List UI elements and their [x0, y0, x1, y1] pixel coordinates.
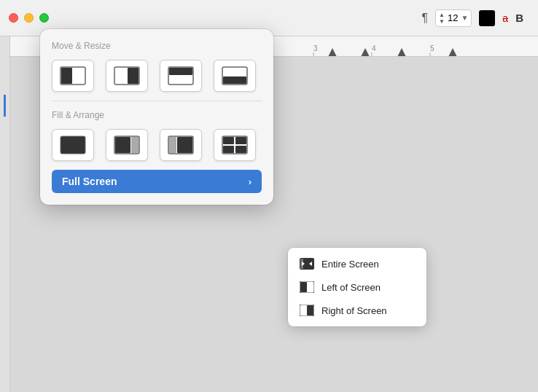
svg-rect-21 — [115, 137, 130, 153]
maximize-button[interactable] — [39, 13, 49, 23]
close-button[interactable] — [9, 13, 18, 23]
strikethrough-button[interactable]: a — [502, 12, 508, 24]
svg-text:5: 5 — [430, 44, 434, 52]
svg-rect-28 — [235, 137, 246, 144]
right-half-button[interactable] — [106, 60, 148, 92]
full-fill-button[interactable] — [52, 129, 94, 161]
svg-rect-24 — [169, 137, 176, 153]
top-half-button[interactable] — [160, 60, 202, 92]
svg-rect-14 — [128, 68, 139, 84]
svg-rect-30 — [235, 146, 246, 153]
svg-text:3: 3 — [313, 44, 318, 52]
svg-rect-16 — [169, 68, 192, 75]
svg-rect-12 — [61, 68, 72, 84]
right-two-thirds-button[interactable] — [160, 129, 202, 161]
svg-rect-38 — [307, 305, 313, 315]
svg-rect-29 — [223, 146, 234, 153]
font-size-dropdown-icon[interactable]: ▼ — [461, 14, 468, 22]
minimize-button[interactable] — [24, 13, 34, 23]
fullscreen-submenu: Entire Screen Left of Screen Right of Sc… — [288, 248, 426, 326]
section2-label: Fill & Arrange — [52, 110, 262, 120]
font-size-arrows[interactable]: ▲▼ — [439, 12, 445, 25]
right-screen-label: Right of Screen — [321, 305, 387, 316]
quad-split-button[interactable] — [214, 129, 256, 161]
bold-button[interactable]: B — [515, 12, 523, 24]
svg-marker-9 — [397, 48, 406, 57]
svg-rect-36 — [300, 282, 307, 292]
font-size-value: 12 — [445, 12, 461, 23]
left-screen-item[interactable]: Left of Screen — [288, 275, 426, 299]
section-divider — [52, 101, 262, 101]
right-screen-icon — [300, 305, 314, 316]
chevron-right-icon: › — [249, 176, 252, 187]
entire-screen-icon — [300, 258, 314, 270]
left-screen-label: Left of Screen — [321, 282, 381, 293]
svg-marker-10 — [448, 48, 457, 57]
toolbar-controls: ¶ ▲▼ 12 ▼ a B — [421, 9, 523, 27]
paragraph-icon[interactable]: ¶ — [421, 12, 428, 25]
svg-text:4: 4 — [372, 44, 376, 52]
svg-rect-22 — [131, 137, 139, 153]
right-screen-item[interactable]: Right of Screen — [288, 299, 426, 322]
svg-rect-25 — [177, 137, 192, 153]
svg-marker-8 — [361, 48, 370, 57]
move-resize-popup: Move & Resize — [40, 29, 273, 205]
left-sidebar — [0, 36, 10, 392]
full-screen-label: Full Screen — [62, 176, 117, 187]
font-size-control[interactable]: ▲▼ 12 ▼ — [435, 9, 472, 27]
svg-marker-7 — [328, 48, 337, 57]
svg-rect-18 — [223, 77, 246, 84]
color-swatch[interactable] — [479, 10, 495, 26]
left-two-thirds-button[interactable] — [106, 129, 148, 161]
left-screen-icon — [300, 281, 314, 293]
fill-arrange-grid — [52, 129, 262, 161]
move-resize-grid — [52, 60, 262, 92]
entire-screen-item[interactable]: Entire Screen — [288, 252, 426, 275]
full-screen-button[interactable]: Full Screen › — [52, 170, 262, 193]
sidebar-indicator — [4, 95, 6, 117]
svg-rect-27 — [223, 137, 234, 144]
traffic-lights — [9, 13, 49, 23]
left-half-button[interactable] — [52, 60, 94, 92]
bottom-half-button[interactable] — [214, 60, 256, 92]
section1-label: Move & Resize — [52, 41, 262, 51]
svg-rect-19 — [61, 136, 85, 154]
entire-screen-label: Entire Screen — [321, 259, 379, 270]
